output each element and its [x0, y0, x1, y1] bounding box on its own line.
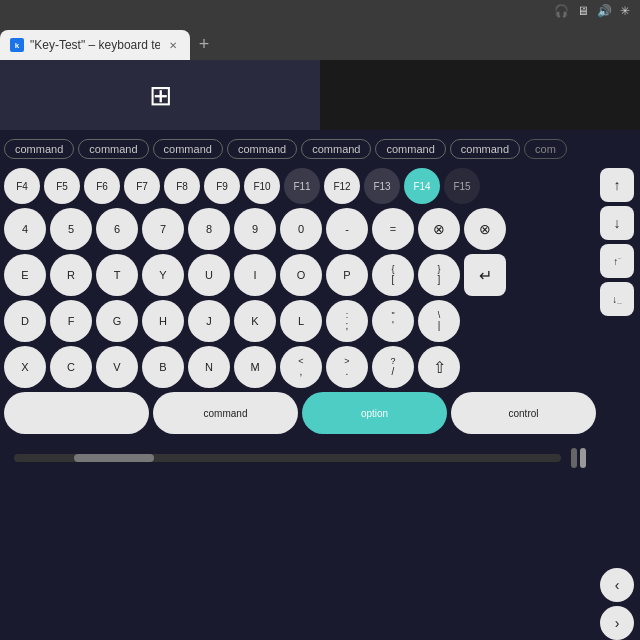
key-f[interactable]: F [50, 300, 92, 342]
system-tray: 🎧 🖥 🔊 ✳ [554, 0, 640, 22]
key-enter[interactable]: ↵ [464, 254, 506, 296]
key-comma[interactable]: < , [280, 346, 322, 388]
key-backspace2[interactable]: ⊗ [464, 208, 506, 250]
cmd-pill-3[interactable]: command [153, 139, 223, 159]
key-t[interactable]: T [96, 254, 138, 296]
key-page-up[interactable]: ↑‾ [600, 244, 634, 278]
cmd-pill-8[interactable]: com [524, 139, 567, 159]
key-bracket-close[interactable]: } ] [418, 254, 460, 296]
key-bracket-open[interactable]: { [ [372, 254, 414, 296]
key-j[interactable]: J [188, 300, 230, 342]
key-d[interactable]: D [4, 300, 46, 342]
key-8[interactable]: 8 [188, 208, 230, 250]
key-i[interactable]: I [234, 254, 276, 296]
windows-os-button[interactable]: ⊞ [0, 60, 320, 130]
keyboard-app: ⊞ command command command command comman… [0, 60, 640, 640]
f-key-row: F4 F5 F6 F7 F8 F9 F10 F11 F12 F13 F14 F1… [4, 168, 596, 204]
side-keys: ↑ ↓ ↑‾ ↓_ ‹ › [600, 168, 636, 640]
cmd-pill-7[interactable]: command [450, 139, 520, 159]
tab-close-button[interactable]: ✕ [166, 38, 180, 52]
number-row: 4 5 6 7 8 9 0 - = ⊗ ⊗ [4, 208, 596, 250]
browser-tab[interactable]: k "Key-Test" – keyboard test o ✕ [0, 30, 190, 60]
key-4[interactable]: 4 [4, 208, 46, 250]
key-f10[interactable]: F10 [244, 168, 280, 204]
key-period[interactable]: > . [326, 346, 368, 388]
key-minus[interactable]: - [326, 208, 368, 250]
scrollbar-area [4, 438, 596, 478]
tab-title: "Key-Test" – keyboard test o [30, 38, 160, 52]
key-f14[interactable]: F14 [404, 168, 440, 204]
headphones-icon: 🎧 [554, 4, 569, 18]
key-9[interactable]: 9 [234, 208, 276, 250]
bluetooth-icon: ✳ [620, 4, 630, 18]
tab-favicon: k [10, 38, 24, 52]
asdf-row: D F G H J K L : ; " ' \ | [4, 300, 596, 342]
key-5[interactable]: 5 [50, 208, 92, 250]
key-equals[interactable]: = [372, 208, 414, 250]
key-f6[interactable]: F6 [84, 168, 120, 204]
space-key-left[interactable] [4, 392, 149, 434]
key-arrow-down[interactable]: ↓ [600, 206, 634, 240]
key-e[interactable]: E [4, 254, 46, 296]
cmd-pill-1[interactable]: command [4, 139, 74, 159]
scroll-handle-right[interactable] [580, 448, 586, 468]
key-arrow-left[interactable]: ‹ [600, 568, 634, 602]
key-y[interactable]: Y [142, 254, 184, 296]
scroll-thumb[interactable] [74, 454, 154, 462]
key-f8[interactable]: F8 [164, 168, 200, 204]
key-0[interactable]: 0 [280, 208, 322, 250]
volume-icon: 🔊 [597, 4, 612, 18]
key-f5[interactable]: F5 [44, 168, 80, 204]
key-command-bottom[interactable]: command [153, 392, 298, 434]
key-quote[interactable]: " ' [372, 300, 414, 342]
key-backspace1[interactable]: ⊗ [418, 208, 460, 250]
key-f7[interactable]: F7 [124, 168, 160, 204]
key-f12[interactable]: F12 [324, 168, 360, 204]
key-m[interactable]: M [234, 346, 276, 388]
key-control[interactable]: control [451, 392, 596, 434]
scroll-handle-left[interactable] [571, 448, 577, 468]
key-g[interactable]: G [96, 300, 138, 342]
key-arrow-up[interactable]: ↑ [600, 168, 634, 202]
key-r[interactable]: R [50, 254, 92, 296]
key-f15[interactable]: F15 [444, 168, 480, 204]
cmd-pill-6[interactable]: command [375, 139, 445, 159]
keyboard-layout: F4 F5 F6 F7 F8 F9 F10 F11 F12 F13 F14 F1… [0, 168, 640, 640]
key-backslash[interactable]: \ | [418, 300, 460, 342]
key-slash[interactable]: ? / [372, 346, 414, 388]
key-v[interactable]: V [96, 346, 138, 388]
key-k[interactable]: K [234, 300, 276, 342]
key-c[interactable]: C [50, 346, 92, 388]
key-o[interactable]: O [280, 254, 322, 296]
key-arrow-right[interactable]: › [600, 606, 634, 640]
qwerty-row: E R T Y U I O P { [ } ] ↵ [4, 254, 596, 296]
cmd-pill-2[interactable]: command [78, 139, 148, 159]
new-tab-button[interactable]: + [190, 30, 218, 58]
key-u[interactable]: U [188, 254, 230, 296]
key-h[interactable]: H [142, 300, 184, 342]
key-b[interactable]: B [142, 346, 184, 388]
key-n[interactable]: N [188, 346, 230, 388]
key-f9[interactable]: F9 [204, 168, 240, 204]
key-6[interactable]: 6 [96, 208, 138, 250]
key-option[interactable]: option [302, 392, 447, 434]
key-page-down[interactable]: ↓_ [600, 282, 634, 316]
windows-icon: ⊞ [149, 79, 172, 112]
key-f13[interactable]: F13 [364, 168, 400, 204]
cmd-pill-4[interactable]: command [227, 139, 297, 159]
cmd-pill-5[interactable]: command [301, 139, 371, 159]
key-semicolon[interactable]: : ; [326, 300, 368, 342]
main-keys: F4 F5 F6 F7 F8 F9 F10 F11 F12 F13 F14 F1… [4, 168, 596, 640]
tab-bar: k "Key-Test" – keyboard test o ✕ + [0, 0, 640, 60]
key-shift[interactable]: ⇧ [418, 346, 460, 388]
space-row: command option control [4, 392, 596, 434]
browser-chrome: 🎧 🖥 🔊 ✳ k "Key-Test" – keyboard test o ✕… [0, 0, 640, 60]
key-l[interactable]: L [280, 300, 322, 342]
key-f11[interactable]: F11 [284, 168, 320, 204]
key-p[interactable]: P [326, 254, 368, 296]
key-f4[interactable]: F4 [4, 168, 40, 204]
key-7[interactable]: 7 [142, 208, 184, 250]
apple-os-button[interactable] [320, 60, 640, 130]
scroll-track[interactable] [14, 454, 561, 462]
key-x[interactable]: X [4, 346, 46, 388]
